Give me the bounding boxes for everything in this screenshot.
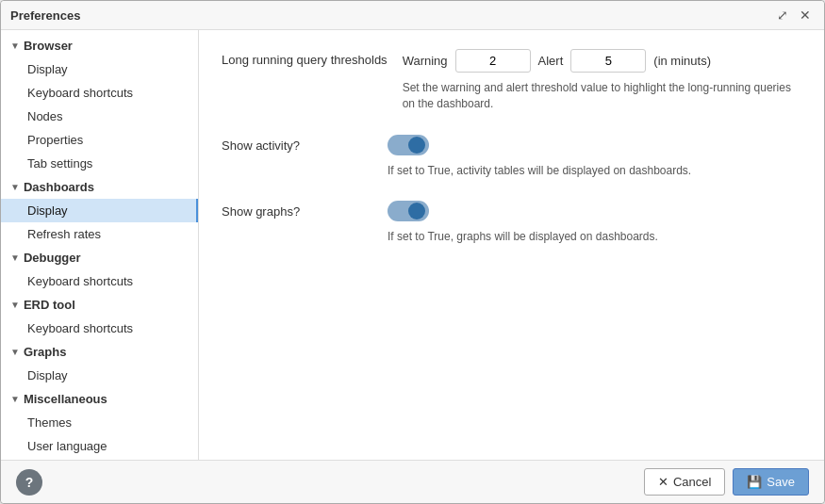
footer-left: ? (16, 469, 42, 496)
dialog-footer: ? ✕ Cancel 💾 Save (1, 460, 824, 503)
setting-row-show-activity: Show activity? If set to True, activity … (222, 135, 801, 179)
save-button[interactable]: 💾 Save (733, 468, 809, 496)
chevron-down-icon: ▼ (10, 182, 20, 192)
show-graphs-toggle-wrapper (388, 201, 801, 221)
sidebar-item-browser-display[interactable]: Display (1, 57, 198, 81)
cancel-label: Cancel (673, 475, 711, 489)
sidebar-item-graphs-display[interactable]: Display (1, 364, 198, 387)
dialog-titlebar: Preferences ⤢ ✕ (1, 1, 824, 30)
sidebar-item-dashboards-refresh-rates[interactable]: Refresh rates (1, 222, 198, 246)
show-activity-help-text: If set to True, activity tables will be … (388, 163, 801, 179)
setting-row-thresholds: Long running query thresholds Warning Al… (222, 49, 801, 112)
expand-button[interactable]: ⤢ (773, 7, 792, 24)
sidebar-item-erd-keyboard-shortcuts[interactable]: Keyboard shortcuts (1, 317, 198, 340)
sidebar-group-miscellaneous-label: Miscellaneous (24, 392, 107, 406)
sidebar-group-browser-label: Browser (24, 39, 73, 53)
close-button[interactable]: ✕ (796, 7, 815, 24)
sidebar-group-debugger[interactable]: ▼ Debugger (1, 246, 198, 269)
sidebar-group-erd-tool[interactable]: ▼ ERD tool (1, 293, 198, 317)
show-graphs-label: Show graphs? (222, 201, 372, 219)
show-activity-control: If set to True, activity tables will be … (388, 135, 801, 179)
threshold-inputs-row: Warning Alert (in minuts) (403, 49, 801, 73)
dialog-body: ▼ Browser Display Keyboard shortcuts Nod… (1, 30, 824, 460)
help-button[interactable]: ? (16, 469, 42, 496)
footer-right: ✕ Cancel 💾 Save (644, 468, 809, 496)
preferences-dialog: Preferences ⤢ ✕ ▼ Browser Display Keyboa… (0, 0, 825, 504)
sidebar: ▼ Browser Display Keyboard shortcuts Nod… (1, 30, 199, 460)
sidebar-group-browser[interactable]: ▼ Browser (1, 34, 198, 57)
chevron-down-icon: ▼ (10, 394, 20, 404)
sidebar-item-misc-user-language[interactable]: User language (1, 434, 198, 458)
chevron-down-icon: ▼ (10, 347, 20, 357)
threshold-unit: (in minuts) (653, 54, 711, 68)
sidebar-group-debugger-label: Debugger (24, 251, 81, 265)
sidebar-group-dashboards-label: Dashboards (24, 180, 94, 194)
sidebar-item-browser-tab-settings[interactable]: Tab settings (1, 152, 198, 175)
sidebar-group-erd-label: ERD tool (24, 298, 75, 312)
titlebar-buttons: ⤢ ✕ (773, 7, 815, 24)
threshold-label: Long running query thresholds (222, 49, 388, 67)
save-icon: 💾 (747, 475, 762, 489)
sidebar-item-browser-nodes[interactable]: Nodes (1, 105, 198, 128)
warning-label: Warning (403, 54, 448, 68)
chevron-down-icon: ▼ (10, 41, 20, 51)
show-activity-toggle-wrapper (388, 135, 801, 155)
threshold-help-text: Set the warning and alert threshold valu… (403, 80, 801, 112)
warning-input[interactable] (455, 49, 531, 73)
alert-label: Alert (538, 54, 564, 68)
sidebar-group-dashboards[interactable]: ▼ Dashboards (1, 175, 198, 199)
sidebar-item-dashboards-display[interactable]: Display (1, 199, 198, 222)
chevron-down-icon: ▼ (10, 252, 20, 263)
dialog-title: Preferences (10, 8, 80, 23)
toggle-thumb (408, 137, 425, 154)
sidebar-item-misc-themes[interactable]: Themes (1, 411, 198, 434)
sidebar-item-browser-keyboard-shortcuts[interactable]: Keyboard shortcuts (1, 81, 198, 105)
show-graphs-control: If set to True, graphs will be displayed… (388, 201, 801, 245)
sidebar-item-debugger-keyboard-shortcuts[interactable]: Keyboard shortcuts (1, 269, 198, 293)
show-graphs-toggle[interactable] (388, 201, 429, 221)
sidebar-group-miscellaneous[interactable]: ▼ Miscellaneous (1, 387, 198, 411)
show-activity-label: Show activity? (222, 135, 372, 153)
setting-row-show-graphs: Show graphs? If set to True, graphs will… (222, 201, 801, 245)
main-content: Long running query thresholds Warning Al… (199, 30, 824, 460)
show-graphs-help-text: If set to True, graphs will be displayed… (388, 229, 801, 245)
sidebar-item-browser-properties[interactable]: Properties (1, 128, 198, 152)
cancel-icon: ✕ (658, 475, 668, 489)
sidebar-group-graphs[interactable]: ▼ Graphs (1, 340, 198, 364)
save-label: Save (767, 475, 795, 489)
show-activity-toggle[interactable] (388, 135, 429, 155)
threshold-control: Warning Alert (in minuts) Set the warnin… (403, 49, 801, 112)
alert-input[interactable] (570, 49, 646, 73)
cancel-button[interactable]: ✕ Cancel (644, 468, 725, 496)
chevron-down-icon: ▼ (10, 300, 20, 310)
sidebar-group-graphs-label: Graphs (24, 345, 67, 359)
